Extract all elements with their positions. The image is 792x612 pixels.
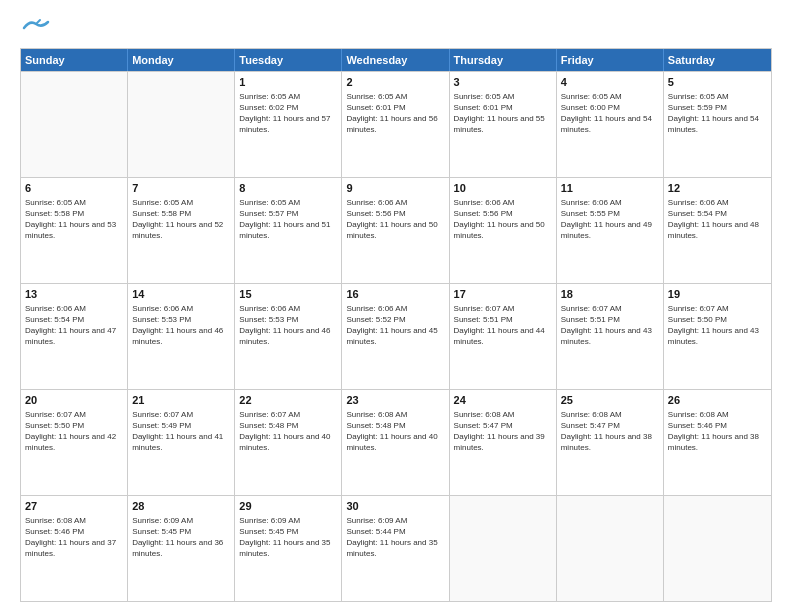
day-number: 29 xyxy=(239,499,337,514)
day-number: 7 xyxy=(132,181,230,196)
calendar-day-10: 10Sunrise: 6:06 AM Sunset: 5:56 PM Dayli… xyxy=(450,178,557,283)
day-info: Sunrise: 6:09 AM Sunset: 5:45 PM Dayligh… xyxy=(132,515,230,560)
calendar-day-26: 26Sunrise: 6:08 AM Sunset: 5:46 PM Dayli… xyxy=(664,390,771,495)
day-number: 28 xyxy=(132,499,230,514)
day-number: 24 xyxy=(454,393,552,408)
day-info: Sunrise: 6:05 AM Sunset: 5:59 PM Dayligh… xyxy=(668,91,767,136)
calendar-week-3: 13Sunrise: 6:06 AM Sunset: 5:54 PM Dayli… xyxy=(21,283,771,389)
calendar-day-25: 25Sunrise: 6:08 AM Sunset: 5:47 PM Dayli… xyxy=(557,390,664,495)
calendar-day-empty xyxy=(557,496,664,601)
day-number: 1 xyxy=(239,75,337,90)
calendar-day-3: 3Sunrise: 6:05 AM Sunset: 6:01 PM Daylig… xyxy=(450,72,557,177)
day-number: 6 xyxy=(25,181,123,196)
day-info: Sunrise: 6:06 AM Sunset: 5:56 PM Dayligh… xyxy=(454,197,552,242)
calendar-day-20: 20Sunrise: 6:07 AM Sunset: 5:50 PM Dayli… xyxy=(21,390,128,495)
day-number: 23 xyxy=(346,393,444,408)
day-info: Sunrise: 6:07 AM Sunset: 5:50 PM Dayligh… xyxy=(668,303,767,348)
calendar-day-empty xyxy=(450,496,557,601)
day-number: 27 xyxy=(25,499,123,514)
calendar-day-23: 23Sunrise: 6:08 AM Sunset: 5:48 PM Dayli… xyxy=(342,390,449,495)
day-number: 11 xyxy=(561,181,659,196)
day-info: Sunrise: 6:07 AM Sunset: 5:50 PM Dayligh… xyxy=(25,409,123,454)
calendar-header-saturday: Saturday xyxy=(664,49,771,71)
calendar-day-18: 18Sunrise: 6:07 AM Sunset: 5:51 PM Dayli… xyxy=(557,284,664,389)
day-info: Sunrise: 6:07 AM Sunset: 5:49 PM Dayligh… xyxy=(132,409,230,454)
calendar-day-4: 4Sunrise: 6:05 AM Sunset: 6:00 PM Daylig… xyxy=(557,72,664,177)
calendar-header-row: SundayMondayTuesdayWednesdayThursdayFrid… xyxy=(21,49,771,71)
calendar-day-12: 12Sunrise: 6:06 AM Sunset: 5:54 PM Dayli… xyxy=(664,178,771,283)
day-info: Sunrise: 6:05 AM Sunset: 5:57 PM Dayligh… xyxy=(239,197,337,242)
day-info: Sunrise: 6:08 AM Sunset: 5:48 PM Dayligh… xyxy=(346,409,444,454)
day-number: 22 xyxy=(239,393,337,408)
calendar-day-21: 21Sunrise: 6:07 AM Sunset: 5:49 PM Dayli… xyxy=(128,390,235,495)
day-info: Sunrise: 6:07 AM Sunset: 5:48 PM Dayligh… xyxy=(239,409,337,454)
day-info: Sunrise: 6:06 AM Sunset: 5:56 PM Dayligh… xyxy=(346,197,444,242)
day-info: Sunrise: 6:09 AM Sunset: 5:44 PM Dayligh… xyxy=(346,515,444,560)
calendar-day-11: 11Sunrise: 6:06 AM Sunset: 5:55 PM Dayli… xyxy=(557,178,664,283)
calendar-day-7: 7Sunrise: 6:05 AM Sunset: 5:58 PM Daylig… xyxy=(128,178,235,283)
day-number: 15 xyxy=(239,287,337,302)
calendar-day-2: 2Sunrise: 6:05 AM Sunset: 6:01 PM Daylig… xyxy=(342,72,449,177)
day-info: Sunrise: 6:08 AM Sunset: 5:47 PM Dayligh… xyxy=(454,409,552,454)
calendar-day-16: 16Sunrise: 6:06 AM Sunset: 5:52 PM Dayli… xyxy=(342,284,449,389)
calendar-day-22: 22Sunrise: 6:07 AM Sunset: 5:48 PM Dayli… xyxy=(235,390,342,495)
day-info: Sunrise: 6:05 AM Sunset: 6:01 PM Dayligh… xyxy=(346,91,444,136)
calendar-header-thursday: Thursday xyxy=(450,49,557,71)
calendar-week-1: 1Sunrise: 6:05 AM Sunset: 6:02 PM Daylig… xyxy=(21,71,771,177)
calendar-day-19: 19Sunrise: 6:07 AM Sunset: 5:50 PM Dayli… xyxy=(664,284,771,389)
day-number: 4 xyxy=(561,75,659,90)
calendar-header-wednesday: Wednesday xyxy=(342,49,449,71)
day-info: Sunrise: 6:06 AM Sunset: 5:54 PM Dayligh… xyxy=(25,303,123,348)
day-info: Sunrise: 6:06 AM Sunset: 5:55 PM Dayligh… xyxy=(561,197,659,242)
day-number: 2 xyxy=(346,75,444,90)
day-info: Sunrise: 6:05 AM Sunset: 6:01 PM Dayligh… xyxy=(454,91,552,136)
calendar-day-empty xyxy=(664,496,771,601)
day-info: Sunrise: 6:08 AM Sunset: 5:46 PM Dayligh… xyxy=(668,409,767,454)
calendar-header-monday: Monday xyxy=(128,49,235,71)
calendar-week-2: 6Sunrise: 6:05 AM Sunset: 5:58 PM Daylig… xyxy=(21,177,771,283)
calendar-body: 1Sunrise: 6:05 AM Sunset: 6:02 PM Daylig… xyxy=(21,71,771,601)
page: SundayMondayTuesdayWednesdayThursdayFrid… xyxy=(0,0,792,612)
day-number: 21 xyxy=(132,393,230,408)
day-number: 12 xyxy=(668,181,767,196)
calendar-day-9: 9Sunrise: 6:06 AM Sunset: 5:56 PM Daylig… xyxy=(342,178,449,283)
day-number: 14 xyxy=(132,287,230,302)
day-info: Sunrise: 6:09 AM Sunset: 5:45 PM Dayligh… xyxy=(239,515,337,560)
calendar-day-30: 30Sunrise: 6:09 AM Sunset: 5:44 PM Dayli… xyxy=(342,496,449,601)
day-number: 25 xyxy=(561,393,659,408)
day-number: 19 xyxy=(668,287,767,302)
logo xyxy=(20,18,50,36)
day-info: Sunrise: 6:08 AM Sunset: 5:47 PM Dayligh… xyxy=(561,409,659,454)
calendar-week-5: 27Sunrise: 6:08 AM Sunset: 5:46 PM Dayli… xyxy=(21,495,771,601)
day-info: Sunrise: 6:08 AM Sunset: 5:46 PM Dayligh… xyxy=(25,515,123,560)
calendar-day-6: 6Sunrise: 6:05 AM Sunset: 5:58 PM Daylig… xyxy=(21,178,128,283)
day-info: Sunrise: 6:07 AM Sunset: 5:51 PM Dayligh… xyxy=(454,303,552,348)
day-info: Sunrise: 6:06 AM Sunset: 5:53 PM Dayligh… xyxy=(132,303,230,348)
calendar-day-28: 28Sunrise: 6:09 AM Sunset: 5:45 PM Dayli… xyxy=(128,496,235,601)
day-number: 26 xyxy=(668,393,767,408)
day-number: 20 xyxy=(25,393,123,408)
day-number: 18 xyxy=(561,287,659,302)
calendar-day-24: 24Sunrise: 6:08 AM Sunset: 5:47 PM Dayli… xyxy=(450,390,557,495)
calendar-header-sunday: Sunday xyxy=(21,49,128,71)
day-info: Sunrise: 6:06 AM Sunset: 5:52 PM Dayligh… xyxy=(346,303,444,348)
day-info: Sunrise: 6:06 AM Sunset: 5:53 PM Dayligh… xyxy=(239,303,337,348)
calendar-day-27: 27Sunrise: 6:08 AM Sunset: 5:46 PM Dayli… xyxy=(21,496,128,601)
calendar-day-empty xyxy=(21,72,128,177)
day-info: Sunrise: 6:06 AM Sunset: 5:54 PM Dayligh… xyxy=(668,197,767,242)
calendar-day-29: 29Sunrise: 6:09 AM Sunset: 5:45 PM Dayli… xyxy=(235,496,342,601)
calendar-week-4: 20Sunrise: 6:07 AM Sunset: 5:50 PM Dayli… xyxy=(21,389,771,495)
day-number: 8 xyxy=(239,181,337,196)
day-number: 13 xyxy=(25,287,123,302)
day-number: 17 xyxy=(454,287,552,302)
calendar: SundayMondayTuesdayWednesdayThursdayFrid… xyxy=(20,48,772,602)
calendar-day-13: 13Sunrise: 6:06 AM Sunset: 5:54 PM Dayli… xyxy=(21,284,128,389)
calendar-day-8: 8Sunrise: 6:05 AM Sunset: 5:57 PM Daylig… xyxy=(235,178,342,283)
calendar-day-17: 17Sunrise: 6:07 AM Sunset: 5:51 PM Dayli… xyxy=(450,284,557,389)
calendar-day-14: 14Sunrise: 6:06 AM Sunset: 5:53 PM Dayli… xyxy=(128,284,235,389)
day-info: Sunrise: 6:05 AM Sunset: 5:58 PM Dayligh… xyxy=(25,197,123,242)
day-number: 9 xyxy=(346,181,444,196)
day-info: Sunrise: 6:05 AM Sunset: 6:00 PM Dayligh… xyxy=(561,91,659,136)
day-info: Sunrise: 6:05 AM Sunset: 5:58 PM Dayligh… xyxy=(132,197,230,242)
logo-bird-icon xyxy=(22,18,50,36)
